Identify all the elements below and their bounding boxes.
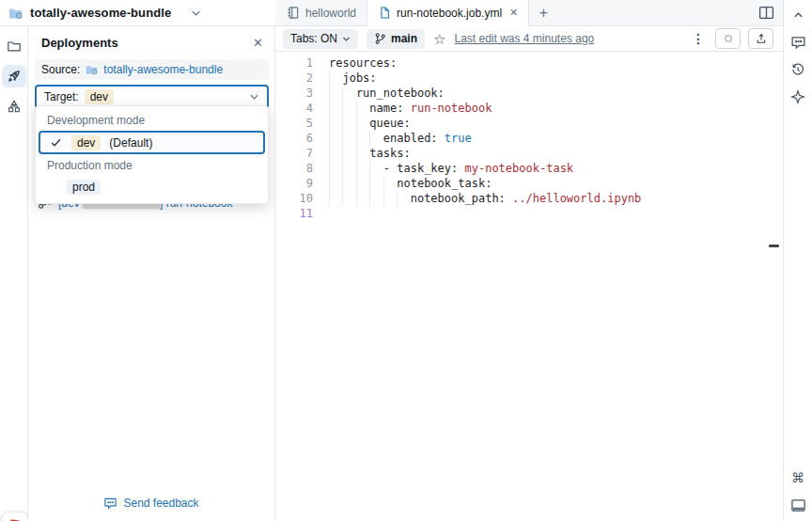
code-line[interactable]: 9notebook_task:: [275, 176, 783, 191]
editor-pane: helloworld run-notebook.job.yml ✕ +: [275, 0, 783, 521]
dag-icon: [7, 99, 22, 114]
last-edit-link[interactable]: Last edit was 4 minutes ago: [454, 32, 594, 45]
tab-helloworld[interactable]: helloworld: [275, 0, 367, 25]
assistant-sparkle-icon[interactable]: [789, 88, 806, 105]
code-line[interactable]: 1resources:: [275, 55, 783, 71]
git-branch-icon: [374, 32, 386, 45]
share-button[interactable]: [748, 28, 773, 49]
history-icon[interactable]: [789, 61, 806, 78]
deployments-panel: Deployments ✕ Source: totally-awesome-bu…: [28, 26, 275, 521]
line-content[interactable]: notebook_path: ../helloworld.ipynb: [313, 191, 641, 206]
bottom-panel-icon[interactable]: [789, 497, 806, 513]
file-icon: [378, 6, 391, 20]
editor-toolbar: Tabs: ON main ☆ Last edit was 4 minutes …: [275, 26, 783, 52]
code-token: jobs:: [342, 71, 376, 85]
send-feedback-link[interactable]: Send feedback: [28, 497, 274, 510]
code-line[interactable]: 4name: run-notebook: [275, 101, 783, 116]
indent-guides: [329, 116, 369, 131]
line-number[interactable]: 2: [275, 71, 313, 86]
line-number[interactable]: 7: [275, 146, 313, 161]
code-token: ../helloworld.ipynb: [512, 192, 641, 205]
source-row: Source: totally-awesome-bundle: [35, 59, 269, 80]
chevron-down-icon[interactable]: [191, 9, 201, 17]
code-line[interactable]: 5queue:: [275, 116, 783, 131]
overview-ruler-cursor-mark: [769, 245, 779, 247]
sidebar-item-deployments[interactable]: [2, 65, 26, 87]
tab-run-notebook-job-yml[interactable]: run-notebook.job.yml ✕: [367, 0, 529, 25]
line-content[interactable]: resources:: [313, 55, 397, 71]
split-view-icon[interactable]: [758, 6, 774, 20]
code-token: notebook_path:: [411, 192, 512, 205]
code-token: enabled:: [383, 132, 445, 145]
close-icon[interactable]: ✕: [253, 37, 263, 49]
branch-label: main: [391, 32, 417, 45]
line-content[interactable]: notebook_task:: [313, 176, 492, 191]
option-dev-suffix: (Default): [109, 136, 152, 150]
code-token: name:: [369, 102, 410, 115]
line-number[interactable]: 10: [275, 191, 313, 206]
line-content[interactable]: [313, 206, 329, 221]
check-icon: [50, 136, 63, 149]
source-bundle-link[interactable]: totally-awesome-bundle: [103, 63, 223, 76]
feedback-label: Send feedback: [123, 497, 198, 510]
collapse-chevron-up-icon[interactable]: [789, 7, 806, 24]
line-content[interactable]: queue:: [313, 116, 411, 131]
code-token: resources:: [329, 56, 397, 70]
line-number[interactable]: 1: [275, 55, 313, 71]
line-number[interactable]: 9: [275, 176, 313, 191]
tab-close-icon[interactable]: ✕: [509, 7, 518, 19]
line-content[interactable]: name: run-notebook: [313, 101, 492, 116]
help-widget-button[interactable]: [2, 513, 28, 521]
keyboard-shortcuts-icon[interactable]: ⌘: [789, 469, 806, 486]
code-line[interactable]: 2jobs:: [275, 71, 783, 86]
feedback-bubble-icon: [103, 497, 117, 510]
favorite-star-icon[interactable]: ☆: [433, 32, 445, 46]
code-editor[interactable]: 1resources:2jobs:3run_notebook:4name: ru…: [275, 52, 783, 521]
code-line[interactable]: 11: [275, 206, 783, 221]
dropdown-option-dev[interactable]: dev (Default): [39, 131, 265, 154]
right-rail: ⌘: [783, 0, 812, 521]
chevron-down-icon: [342, 36, 351, 42]
line-number[interactable]: 11: [275, 206, 313, 221]
tab-label: run-notebook.job.yml: [397, 7, 502, 20]
line-content[interactable]: jobs:: [313, 71, 377, 86]
line-content[interactable]: tasks:: [313, 146, 411, 161]
comments-icon[interactable]: [789, 34, 806, 51]
sidebar-item-dag[interactable]: [2, 95, 26, 118]
line-content[interactable]: run_notebook:: [313, 86, 445, 101]
dropdown-group-header: Development mode: [36, 110, 268, 130]
line-number[interactable]: 6: [275, 131, 313, 146]
indent-guides: [329, 191, 411, 206]
dropdown-option-prod[interactable]: prod: [38, 175, 266, 198]
tabs-toggle-button[interactable]: Tabs: ON: [283, 29, 358, 49]
line-content[interactable]: - task_key: my-notebook-task: [313, 161, 573, 176]
status-circle-button[interactable]: [715, 28, 741, 49]
tab-strip: helloworld run-notebook.job.yml ✕ +: [275, 0, 783, 26]
target-label: Target:: [44, 90, 79, 103]
new-tab-button[interactable]: +: [529, 0, 557, 25]
option-prod-badge: prod: [67, 180, 101, 195]
code-token: notebook_task:: [397, 177, 492, 190]
line-number[interactable]: 5: [275, 116, 313, 131]
indent-guides: [329, 101, 369, 116]
kebab-menu-icon[interactable]: ⋮: [689, 31, 708, 46]
code-token: run-notebook: [411, 102, 492, 115]
code-line[interactable]: 3run_notebook:: [275, 86, 783, 101]
bundle-title: totally-awesome-bundle: [30, 6, 171, 20]
sidebar-item-folder[interactable]: [2, 35, 26, 57]
line-number[interactable]: 8: [275, 161, 313, 176]
code-line[interactable]: 8- task_key: my-notebook-task: [275, 161, 783, 176]
code-line[interactable]: 6enabled: true: [275, 131, 783, 146]
line-number[interactable]: 3: [275, 86, 313, 101]
git-branch-button[interactable]: main: [367, 29, 425, 49]
panel-title: Deployments: [41, 36, 118, 50]
indent-guides: [329, 86, 356, 101]
indent-guides: [329, 161, 383, 176]
line-content[interactable]: enabled: true: [313, 131, 472, 146]
code-line[interactable]: 7tasks:: [275, 146, 783, 161]
share-icon: [755, 32, 768, 45]
line-number[interactable]: 4: [275, 101, 313, 116]
code-lines: 1resources:2jobs:3run_notebook:4name: ru…: [275, 55, 783, 221]
code-token: true: [445, 132, 472, 145]
code-line[interactable]: 10notebook_path: ../helloworld.ipynb: [275, 191, 783, 206]
